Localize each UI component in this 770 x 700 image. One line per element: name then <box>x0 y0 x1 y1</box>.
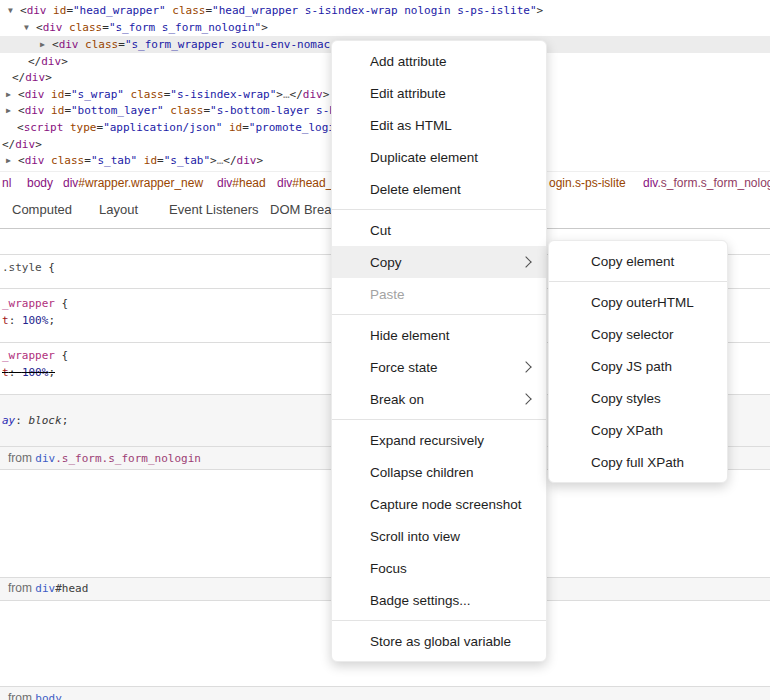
tab-event-listeners[interactable]: Event Listeners <box>169 202 259 217</box>
breadcrumb-crumb[interactable]: ogin.s-ps-islite <box>549 176 626 190</box>
text-segment: id <box>222 121 242 134</box>
text-segment: .s_form.s_form_nologin <box>55 452 201 465</box>
text-segment: body <box>35 692 62 700</box>
copy-submenu-item-copy-js-path[interactable]: Copy JS path <box>549 350 727 382</box>
expand-arrow-icon[interactable]: ▶ <box>40 36 45 53</box>
collapse-arrow-icon[interactable]: ▼ <box>24 19 29 36</box>
dom-row[interactable]: ▼<div id="head_wrapper" class="head_wrap… <box>0 2 770 19</box>
text-segment: .style <box>2 261 42 274</box>
dom-node-markup[interactable]: <div class="s_tab" id="s_tab">…</div> <box>18 152 263 169</box>
menu-item-label: Edit as HTML <box>370 118 452 133</box>
context-menu-item-badge-settings[interactable]: Badge settings... <box>332 584 546 616</box>
context-menu-item-force-state[interactable]: Force state <box>332 351 546 383</box>
context-menu-item-duplicate-element[interactable]: Duplicate element <box>332 141 546 173</box>
context-menu-item-delete-element[interactable]: Delete element <box>332 173 546 205</box>
expand-arrow-icon[interactable]: ▶ <box>6 152 11 169</box>
context-menu-item-paste: Paste <box>332 278 546 310</box>
copy-submenu-item-copy-full-xpath[interactable]: Copy full XPath <box>549 446 727 478</box>
css-rule-text[interactable]: ay: block; <box>2 412 68 429</box>
text-segment: ; <box>48 366 55 379</box>
dom-row[interactable]: ▼<div class="s_form s_form_nologin"> <box>0 19 770 36</box>
text-segment: < <box>18 154 25 167</box>
dom-node-markup[interactable]: <div id="s_wrap" class="s-isindex-wrap">… <box>18 86 329 103</box>
dom-node-markup[interactable]: </div> <box>28 53 68 70</box>
text-segment: 100% <box>22 314 49 327</box>
expand-arrow-icon[interactable]: ▶ <box>6 102 11 119</box>
text-segment: : <box>15 414 28 427</box>
breadcrumb-crumb[interactable]: div#head <box>217 176 266 190</box>
css-rule-text[interactable]: from div.s_form.s_form_nologin <box>8 450 201 467</box>
context-menu-item-collapse-children[interactable]: Collapse children <box>332 456 546 488</box>
css-rule-text[interactable]: t: 100%; <box>2 364 55 381</box>
text-segment: </ <box>2 138 15 151</box>
text-segment: from <box>8 451 35 465</box>
dom-node-markup[interactable]: <div class="s_form s_form_nologin"> <box>36 19 268 36</box>
copy-submenu-item-copy-element[interactable]: Copy element <box>549 245 727 277</box>
context-menu-item-capture-node-screenshot[interactable]: Capture node screenshot <box>332 488 546 520</box>
text-segment: class <box>164 104 204 117</box>
context-menu-item-expand-recursively[interactable]: Expand recursively <box>332 424 546 456</box>
collapse-arrow-icon[interactable]: ▼ <box>8 2 13 19</box>
text-segment: = <box>64 104 71 117</box>
context-menu-item-cut[interactable]: Cut <box>332 214 546 246</box>
submenu-chevron-icon <box>520 393 531 404</box>
text-segment: class <box>124 88 164 101</box>
text-segment: div <box>217 176 232 190</box>
copy-submenu-item-copy-xpath[interactable]: Copy XPath <box>549 414 727 446</box>
text-segment: = <box>64 88 71 101</box>
tab-computed[interactable]: Computed <box>12 202 72 217</box>
context-menu-item-scroll-into-view[interactable]: Scroll into view <box>332 520 546 552</box>
copy-submenu-item-copy-selector[interactable]: Copy selector <box>549 318 727 350</box>
text-segment: id <box>45 88 65 101</box>
context-menu-item-focus[interactable]: Focus <box>332 552 546 584</box>
menu-item-label: Badge settings... <box>370 593 471 608</box>
css-rule-text[interactable]: t: 100%; <box>2 312 55 329</box>
text-segment: t <box>2 366 9 379</box>
dom-node-markup[interactable]: </div> <box>12 69 52 86</box>
context-menu-item-copy[interactable]: Copy <box>332 246 546 278</box>
menu-item-label: Copy XPath <box>591 423 663 438</box>
text-segment: > <box>537 4 544 17</box>
text-segment: class <box>79 38 119 51</box>
text-segment: 100% <box>22 366 49 379</box>
menu-item-label: Duplicate element <box>370 150 478 165</box>
text-segment: #head <box>232 176 265 190</box>
context-menu-item-store-as-global-variable[interactable]: Store as global variable <box>332 625 546 657</box>
text-segment: "application/json" <box>103 121 222 134</box>
context-menu-item-break-on[interactable]: Break on <box>332 383 546 415</box>
text-segment: : <box>9 366 22 379</box>
context-menu-item-hide-element[interactable]: Hide element <box>332 319 546 351</box>
expand-arrow-icon[interactable]: ▶ <box>6 86 11 103</box>
breadcrumb-crumb[interactable]: div.s_form.s_form_nologin <box>643 176 770 190</box>
css-rule-text[interactable]: _wrapper { <box>2 347 68 364</box>
css-rule-text[interactable]: from div#head <box>8 580 88 597</box>
copy-submenu: Copy elementCopy outerHTMLCopy selectorC… <box>548 240 728 483</box>
menu-item-label: Copy JS path <box>591 359 672 374</box>
text-segment: { <box>55 349 68 362</box>
menu-item-label: Capture node screenshot <box>370 497 522 512</box>
text-segment: from <box>8 581 35 595</box>
text-segment: #wrapper.wrapper_new <box>78 176 203 190</box>
css-rule-text[interactable]: .style { <box>2 259 55 276</box>
copy-submenu-item-copy-styles[interactable]: Copy styles <box>549 382 727 414</box>
breadcrumb-crumb[interactable]: body <box>27 176 53 190</box>
dom-node-markup[interactable]: <div id="head_wrapper" class="head_wrapp… <box>20 2 543 19</box>
tab-layout[interactable]: Layout <box>99 202 138 217</box>
menu-item-label: Copy selector <box>591 327 674 342</box>
css-rule-text[interactable]: _wrapper { <box>2 295 68 312</box>
text-segment: </ <box>223 154 236 167</box>
text-segment: "s_tab" <box>91 154 137 167</box>
menu-item-label: Copy styles <box>591 391 661 406</box>
dom-node-markup[interactable]: </div> <box>2 136 42 153</box>
text-segment: .s_form.s_form_nologin <box>657 176 770 190</box>
context-menu-item-edit-attribute[interactable]: Edit attribute <box>332 77 546 109</box>
text-segment: #head <box>55 582 88 595</box>
text-segment: id <box>47 4 67 17</box>
text-segment: ogin.s-ps-islite <box>549 176 626 190</box>
context-menu-item-edit-as-html[interactable]: Edit as HTML <box>332 109 546 141</box>
copy-submenu-item-copy-outerhtml[interactable]: Copy outerHTML <box>549 286 727 318</box>
css-rule-text[interactable]: from body <box>8 690 62 700</box>
context-menu-item-add-attribute[interactable]: Add attribute <box>332 45 546 77</box>
breadcrumb-crumb[interactable]: div#wrapper.wrapper_new <box>63 176 203 190</box>
breadcrumb-crumb[interactable]: nl <box>2 176 11 190</box>
